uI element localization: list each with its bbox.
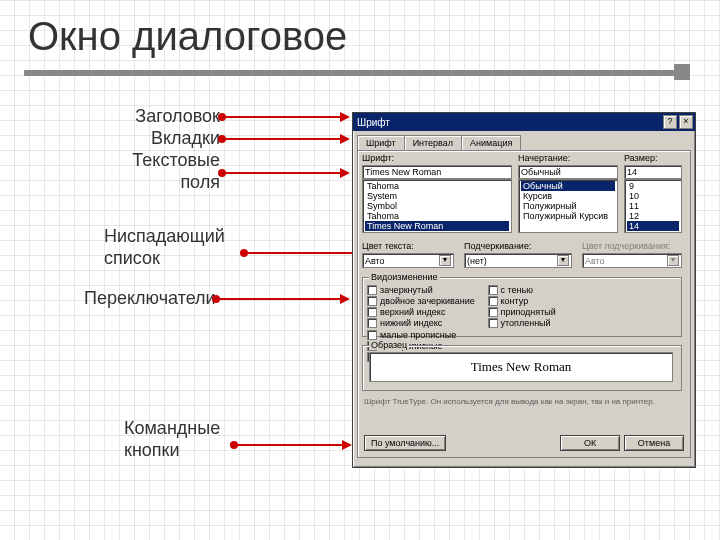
checkbox-strikethrough[interactable]: зачеркнутый — [367, 285, 485, 295]
help-button[interactable]: ? — [663, 115, 677, 129]
callout-tabs: Вкладки — [128, 128, 220, 150]
color-value: Авто — [365, 256, 439, 266]
ulcolor-value: Авто — [585, 256, 667, 266]
color-select[interactable]: Авто▾ — [362, 253, 454, 268]
font-listbox[interactable]: Tahoma System Symbol Tahoma Times New Ro… — [362, 179, 512, 233]
callout-dropdown: Ниспадающий список — [104, 226, 240, 269]
callout-buttons: Командные кнопки — [124, 418, 234, 461]
effects-group: Видоизменение зачеркнутый двойное зачерк… — [362, 277, 682, 337]
size-input[interactable]: 14 — [624, 165, 682, 179]
checkbox-outline[interactable]: контур — [488, 296, 578, 306]
title-underline — [24, 70, 684, 76]
dialog-title: Шрифт — [357, 117, 661, 128]
arrow-tabs — [222, 138, 348, 140]
style-label: Начертание: — [518, 153, 618, 163]
checkbox-icon — [367, 307, 377, 317]
style-input[interactable]: Обычный — [518, 165, 618, 179]
list-item[interactable]: Tahoma — [365, 181, 509, 191]
cancel-button[interactable]: Отмена — [624, 435, 684, 451]
arrow-header — [222, 116, 348, 118]
slide-title: Окно диалоговое — [28, 14, 347, 59]
checkbox-icon — [488, 318, 498, 328]
color-label: Цвет текста: — [362, 241, 454, 251]
list-item[interactable]: Курсив — [521, 191, 615, 201]
checkbox-icon — [367, 330, 377, 340]
list-item[interactable]: Tahoma — [365, 211, 509, 221]
callout-textfields: Текстовые поля — [128, 150, 220, 193]
ulcolor-select: Авто▾ — [582, 253, 682, 268]
checkbox-icon — [367, 285, 377, 295]
effects-legend: Видоизменение — [369, 272, 440, 282]
underline-label: Подчеркивание: — [464, 241, 572, 251]
size-label: Размер: — [624, 153, 682, 163]
list-item[interactable]: 11 — [627, 201, 679, 211]
tab-body: Шрифт: Times New Roman Tahoma System Sym… — [357, 150, 691, 458]
default-button[interactable]: По умолчанию... — [364, 435, 446, 451]
font-dialog: Шрифт ? × Шрифт Интервал Анимация Шрифт:… — [352, 112, 696, 468]
arrow-textfields — [222, 172, 348, 174]
checkbox-superscript[interactable]: верхний индекс — [367, 307, 485, 317]
tab-animation[interactable]: Анимация — [461, 135, 521, 150]
size-listbox[interactable]: 9 10 11 12 14 — [624, 179, 682, 233]
ulcolor-label: Цвет подчеркивания: — [582, 241, 682, 251]
style-listbox[interactable]: Обычный Курсив Полужирный Полужирный Кур… — [518, 179, 618, 233]
list-item[interactable]: Полужирный — [521, 201, 615, 211]
list-item[interactable]: Полужирный Курсив — [521, 211, 615, 221]
checkbox-icon — [488, 285, 498, 295]
underline-value: (нет) — [467, 256, 557, 266]
checkbox-icon — [367, 296, 377, 306]
checkbox-shadow[interactable]: с тенью — [488, 285, 578, 295]
callout-header: Заголовок — [124, 106, 220, 128]
list-item[interactable]: 9 — [627, 181, 679, 191]
arrow-buttons — [234, 444, 350, 446]
list-item[interactable]: 14 — [627, 221, 679, 231]
arrow-switches — [216, 298, 348, 300]
list-item[interactable]: System — [365, 191, 509, 201]
checkbox-icon — [367, 318, 377, 328]
tab-strip: Шрифт Интервал Анимация — [357, 135, 691, 150]
hint-text: Шрифт TrueType. Он используется для выво… — [364, 397, 684, 406]
dialog-titlebar[interactable]: Шрифт ? × — [353, 113, 695, 131]
checkbox-icon — [488, 296, 498, 306]
close-button[interactable]: × — [679, 115, 693, 129]
underline-select[interactable]: (нет)▾ — [464, 253, 572, 268]
checkbox-icon — [488, 307, 498, 317]
font-input[interactable]: Times New Roman — [362, 165, 512, 179]
font-label: Шрифт: — [362, 153, 512, 163]
sample-preview: Times New Roman — [369, 352, 673, 382]
sample-group: Образец Times New Roman — [362, 345, 682, 391]
checkbox-smallcaps[interactable]: малые прописные — [367, 330, 467, 340]
list-item[interactable]: Обычный — [521, 181, 615, 191]
checkbox-emboss[interactable]: приподнятый — [488, 307, 578, 317]
list-item[interactable]: Times New Roman — [365, 221, 509, 231]
checkbox-subscript[interactable]: нижний индекс — [367, 318, 485, 328]
list-item[interactable]: Symbol — [365, 201, 509, 211]
chevron-down-icon: ▾ — [667, 255, 679, 266]
chevron-down-icon[interactable]: ▾ — [557, 255, 569, 266]
checkbox-double-strike[interactable]: двойное зачеркивание — [367, 296, 485, 306]
tab-font[interactable]: Шрифт — [357, 135, 405, 150]
button-row: ОК Отмена — [560, 435, 684, 451]
chevron-down-icon[interactable]: ▾ — [439, 255, 451, 266]
sample-legend: Образец — [369, 340, 409, 350]
list-item[interactable]: 12 — [627, 211, 679, 221]
list-item[interactable]: 10 — [627, 191, 679, 201]
checkbox-engrave[interactable]: утопленный — [488, 318, 578, 328]
ok-button[interactable]: ОК — [560, 435, 620, 451]
tab-spacing[interactable]: Интервал — [404, 135, 462, 150]
